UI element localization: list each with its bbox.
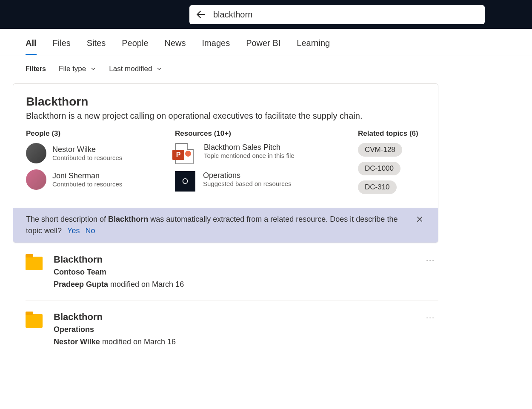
folder-icon [26,314,43,328]
powerpoint-icon: P [175,143,196,164]
top-bar [0,0,532,29]
feedback-no[interactable]: No [85,226,95,235]
topics-heading: Related topics (6) [358,129,425,138]
content-area: Blackthorn Blackthorn is a new project c… [0,83,451,375]
avatar [26,143,46,163]
tab-all[interactable]: All [26,38,37,55]
result-title[interactable]: Blackthorn [54,312,412,323]
filter-lastmodified[interactable]: Last modified [109,65,162,73]
topic-chip[interactable]: DC-310 [358,180,397,194]
filters-row: Filters File type Last modified [0,55,532,83]
result-modified: Nestor Wilke modified on March 16 [54,337,412,346]
answer-description: Blackthorn is a new project calling on o… [26,111,425,121]
tab-powerbi[interactable]: Power BI [246,38,280,55]
tab-images[interactable]: Images [202,38,230,55]
search-result[interactable]: Blackthorn Contoso Team Pradeep Gupta mo… [26,243,438,300]
filter-lastmodified-label: Last modified [109,65,152,73]
avatar [26,169,46,190]
tab-news[interactable]: News [165,38,186,55]
resource-sub: Suggested based on resources [203,180,292,187]
person-item[interactable]: Nestor Wilke Contributed to resources [26,143,162,163]
resource-item[interactable]: O Operations Suggested based on resource… [175,171,345,192]
resource-title: Blackthorn Sales Pitch [204,143,295,152]
feedback-yes[interactable]: Yes [67,226,80,235]
result-location: Operations [54,325,412,334]
topic-chip[interactable]: DC-1000 [358,162,400,175]
result-location: Contoso Team [54,268,412,277]
search-box[interactable] [189,5,485,24]
close-icon[interactable] [414,214,425,227]
search-result[interactable]: Blackthorn Operations Nestor Wilke modif… [26,300,438,358]
more-actions-button[interactable]: ··· [423,312,438,322]
answer-columns: People (3) Nestor Wilke Contributed to r… [26,129,425,199]
resources-column: Resources (10+) P Blackthorn Sales Pitch… [175,129,345,199]
tab-people[interactable]: People [122,38,148,55]
resources-heading: Resources (10+) [175,129,345,138]
filter-filetype[interactable]: File type [59,65,96,73]
back-arrow-icon[interactable] [194,7,208,22]
more-actions-button[interactable]: ··· [423,254,438,264]
answer-feedback-bar: The short description of Blackthorn was … [13,208,438,243]
person-sub: Contributed to resources [52,180,122,188]
search-input[interactable] [208,10,481,20]
person-name: Nestor Wilke [52,145,122,154]
resource-title: Operations [203,171,292,180]
related-topics-column: Related topics (6) CVM-128 DC-1000 DC-31… [358,129,425,199]
answer-title[interactable]: Blackthorn [26,95,425,109]
chevron-down-icon [90,66,96,72]
tab-sites[interactable]: Sites [87,38,106,55]
chevron-down-icon [156,66,162,72]
filters-label: Filters [26,65,46,73]
resource-sub: Topic mentioned once in this file [204,152,295,159]
result-title[interactable]: Blackthorn [54,254,412,265]
person-item[interactable]: Joni Sherman Contributed to resources [26,169,162,190]
folder-icon [26,257,43,270]
topic-chip[interactable]: CVM-128 [358,143,402,157]
people-heading: People (3) [26,129,162,138]
search-scope-tabs: All Files Sites People News Images Power… [0,29,532,55]
feedback-text: The short description of Blackthorn was … [26,214,410,237]
result-modified: Pradeep Gupta modified on March 16 [54,280,412,289]
topic-answer-card: Blackthorn Blackthorn is a new project c… [13,83,438,243]
resource-item[interactable]: P Blackthorn Sales Pitch Topic mentioned… [175,143,345,164]
people-column: People (3) Nestor Wilke Contributed to r… [26,129,162,199]
tab-files[interactable]: Files [53,38,71,55]
filter-filetype-label: File type [59,65,86,73]
answer-body: Blackthorn Blackthorn is a new project c… [13,84,438,208]
person-name: Joni Sherman [52,172,122,180]
tab-learning[interactable]: Learning [297,38,330,55]
site-tile-icon: O [175,171,195,192]
person-sub: Contributed to resources [52,154,122,161]
